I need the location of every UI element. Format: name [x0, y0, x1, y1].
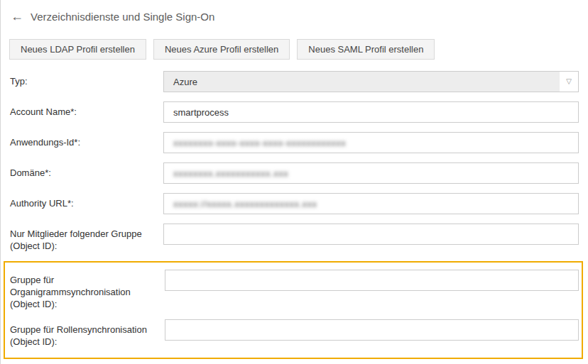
- new-ldap-profile-button[interactable]: Neues LDAP Profil erstellen: [9, 39, 146, 60]
- typ-label: Typ:: [10, 71, 163, 87]
- role-sync-group-row: Gruppe für Rollensynchronisation (Object…: [10, 319, 579, 348]
- authority-url-input[interactable]: xxxxx://xxxxx.xxxxxxxxxxxxx.xxx: [163, 193, 579, 214]
- typ-select[interactable]: Azure ▽: [163, 71, 579, 92]
- orgchart-sync-group-row: Gruppe für Organigrammsynchronisation (O…: [10, 270, 579, 310]
- domain-redacted-value: xxxxxxxx.xxxxxxxxxxx.xxx: [173, 168, 288, 179]
- role-sync-group-input[interactable]: [165, 319, 579, 341]
- application-id-row: Anwendungs-Id*: xxxxxxxx-xxxx-xxxx-xxxx-…: [10, 132, 579, 153]
- authority-url-label: Authority URL*:: [10, 193, 163, 209]
- typ-select-cap[interactable]: ▽: [560, 72, 578, 92]
- member-group-input[interactable]: [163, 224, 579, 245]
- domain-row: Domäne*: xxxxxxxx.xxxxxxxxxxx.xxx: [10, 162, 579, 184]
- account-name-input[interactable]: [163, 101, 579, 123]
- authority-url-redacted-value: xxxxx://xxxxx.xxxxxxxxxxxxx.xxx: [173, 199, 317, 209]
- role-sync-group-label: Gruppe für Rollensynchronisation (Object…: [10, 319, 165, 348]
- application-id-redacted-value: xxxxxxxx-xxxx-xxxx-xxxx-xxxxxxxxxxxx: [173, 138, 346, 148]
- account-name-row: Account Name*:: [10, 101, 579, 123]
- typ-select-value: Azure: [164, 77, 197, 87]
- domain-label: Domäne*:: [10, 162, 163, 179]
- member-group-label: Nur Mitglieder folgender Gruppe (Object …: [10, 224, 163, 252]
- sync-groups-highlight-box: Gruppe für Organigrammsynchronisation (O…: [4, 261, 583, 359]
- orgchart-sync-group-label: Gruppe für Organigrammsynchronisation (O…: [10, 270, 165, 310]
- profile-create-toolbar: Neues LDAP Profil erstellen Neues Azure …: [9, 39, 579, 60]
- orgchart-sync-group-input[interactable]: [165, 270, 579, 291]
- account-name-label: Account Name*:: [10, 101, 163, 118]
- directory-sso-settings-page: ← Verzeichnisdienste und Single Sign-On …: [0, 0, 588, 364]
- page-header: ← Verzeichnisdienste und Single Sign-On: [1, 0, 588, 23]
- chevron-down-icon: ▽: [566, 78, 572, 85]
- typ-row: Typ: Azure ▽: [10, 71, 579, 92]
- member-group-row: Nur Mitglieder folgender Gruppe (Object …: [10, 224, 579, 252]
- azure-profile-form: Typ: Azure ▽ Account Name*: Anwendungs-I…: [10, 71, 579, 364]
- back-arrow-icon[interactable]: ←: [11, 10, 23, 23]
- page-title: Verzeichnisdienste und Single Sign-On: [31, 11, 214, 23]
- application-id-label: Anwendungs-Id*:: [10, 132, 163, 148]
- application-id-input[interactable]: xxxxxxxx-xxxx-xxxx-xxxx-xxxxxxxxxxxx: [163, 132, 579, 153]
- authority-url-row: Authority URL*: xxxxx://xxxxx.xxxxxxxxxx…: [10, 193, 579, 214]
- domain-input[interactable]: xxxxxxxx.xxxxxxxxxxx.xxx: [163, 162, 579, 184]
- new-azure-profile-button[interactable]: Neues Azure Profil erstellen: [153, 39, 290, 60]
- new-saml-profile-button[interactable]: Neues SAML Profil erstellen: [297, 39, 435, 60]
